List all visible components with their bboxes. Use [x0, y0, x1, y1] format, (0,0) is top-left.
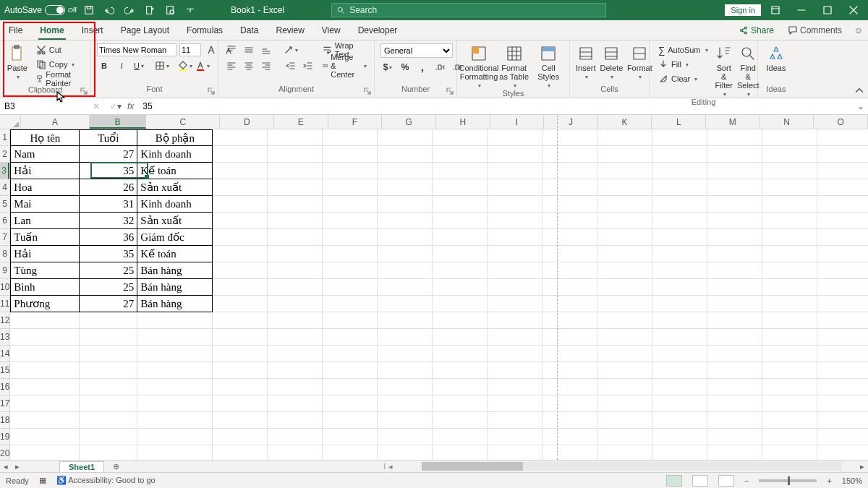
cell[interactable]	[323, 296, 378, 312]
cell[interactable]	[213, 362, 268, 379]
cell[interactable]: Hải	[10, 246, 80, 262]
cell[interactable]	[762, 213, 817, 229]
cell[interactable]	[488, 429, 542, 445]
cell[interactable]	[597, 362, 652, 379]
row-header[interactable]: 19	[0, 429, 9, 445]
cell[interactable]: 27	[80, 296, 137, 312]
cell[interactable]: 25	[80, 262, 137, 279]
minimize-button[interactable]	[790, 0, 813, 20]
cell[interactable]	[488, 246, 542, 262]
cell[interactable]	[542, 279, 597, 296]
view-normal-icon[interactable]	[666, 475, 682, 487]
column-header[interactable]: K	[598, 115, 652, 129]
cell[interactable]	[652, 395, 707, 412]
cell[interactable]: 36	[80, 229, 137, 246]
cell[interactable]	[707, 163, 762, 179]
cell[interactable]: Sản xuất	[137, 213, 213, 229]
tab-view[interactable]: View	[313, 20, 349, 40]
cell[interactable]	[378, 346, 433, 362]
cell[interactable]	[817, 129, 868, 146]
cell[interactable]	[707, 362, 762, 379]
cell[interactable]: 35	[80, 163, 137, 179]
cell[interactable]	[323, 279, 378, 296]
cell[interactable]	[137, 429, 213, 445]
cell[interactable]	[488, 196, 542, 213]
insert-cells-button[interactable]: Insert	[576, 43, 596, 80]
column-header[interactable]: D	[220, 115, 274, 129]
cell[interactable]	[268, 163, 323, 179]
row-header[interactable]: 14	[0, 346, 9, 362]
cell[interactable]	[433, 262, 488, 279]
cell[interactable]	[762, 429, 817, 445]
font-size-input[interactable]	[179, 43, 201, 56]
cell[interactable]	[488, 129, 542, 146]
cell[interactable]	[213, 296, 268, 312]
cell[interactable]	[378, 229, 433, 246]
cell[interactable]	[137, 395, 213, 412]
comma-format-icon[interactable]: ,	[415, 61, 430, 74]
cell[interactable]	[488, 312, 542, 329]
cell[interactable]: Mai	[10, 196, 80, 213]
cell[interactable]	[817, 429, 868, 445]
cell[interactable]: Họ tên	[10, 129, 80, 146]
row-header[interactable]: 4	[0, 179, 9, 196]
alignment-launcher-icon[interactable]	[364, 87, 373, 96]
cell[interactable]	[707, 329, 762, 346]
cell[interactable]: Giám đốc	[137, 229, 213, 246]
column-header[interactable]: E	[274, 115, 328, 129]
cell[interactable]	[707, 229, 762, 246]
cell[interactable]	[80, 312, 137, 329]
cell[interactable]	[762, 179, 817, 196]
cell[interactable]	[597, 296, 652, 312]
column-header[interactable]: H	[436, 115, 490, 129]
cell[interactable]	[542, 246, 597, 262]
cell[interactable]	[762, 163, 817, 179]
cell[interactable]	[433, 196, 488, 213]
row-header[interactable]: 13	[0, 329, 9, 346]
cell[interactable]	[652, 246, 707, 262]
cell[interactable]	[433, 362, 488, 379]
collapse-ribbon-icon[interactable]	[854, 85, 865, 96]
cell[interactable]	[652, 312, 707, 329]
cell[interactable]	[652, 379, 707, 395]
paste-button[interactable]: Paste	[6, 43, 29, 80]
cell[interactable]	[433, 246, 488, 262]
cell[interactable]	[323, 262, 378, 279]
number-format-select[interactable]: General	[380, 43, 453, 58]
cell[interactable]	[817, 279, 868, 296]
cell[interactable]	[652, 163, 707, 179]
conditional-formatting-button[interactable]: Conditional Formatting	[463, 43, 495, 89]
cell[interactable]	[213, 229, 268, 246]
cell[interactable]	[10, 329, 80, 346]
align-top-icon[interactable]	[224, 43, 239, 56]
cell[interactable]: Nam	[10, 146, 80, 163]
cell[interactable]	[488, 362, 542, 379]
column-header[interactable]: J	[544, 115, 598, 129]
cell[interactable]	[488, 296, 542, 312]
cell[interactable]	[213, 196, 268, 213]
ideas-button[interactable]: Ideas	[764, 43, 788, 72]
cell[interactable]	[378, 213, 433, 229]
cell[interactable]	[213, 412, 268, 429]
column-header[interactable]: F	[328, 115, 383, 129]
row-header[interactable]: 18	[0, 412, 9, 429]
cell[interactable]	[542, 163, 597, 179]
cell[interactable]	[762, 129, 817, 146]
horizontal-scrollbar[interactable]	[422, 462, 842, 471]
cell[interactable]	[817, 296, 868, 312]
zoom-out-icon[interactable]: −	[744, 476, 749, 485]
cell[interactable]	[597, 179, 652, 196]
cell[interactable]	[488, 279, 542, 296]
cell[interactable]	[213, 163, 268, 179]
cell[interactable]: Kinh doanh	[137, 196, 213, 213]
cell[interactable]	[817, 213, 868, 229]
cell[interactable]	[80, 362, 137, 379]
cell[interactable]	[433, 395, 488, 412]
cell[interactable]	[213, 379, 268, 395]
cell[interactable]	[268, 429, 323, 445]
row-header[interactable]: 9	[0, 262, 9, 279]
cell[interactable]	[323, 229, 378, 246]
row-header[interactable]: 3	[0, 163, 9, 179]
column-header[interactable]: G	[382, 115, 436, 129]
cell[interactable]	[707, 312, 762, 329]
